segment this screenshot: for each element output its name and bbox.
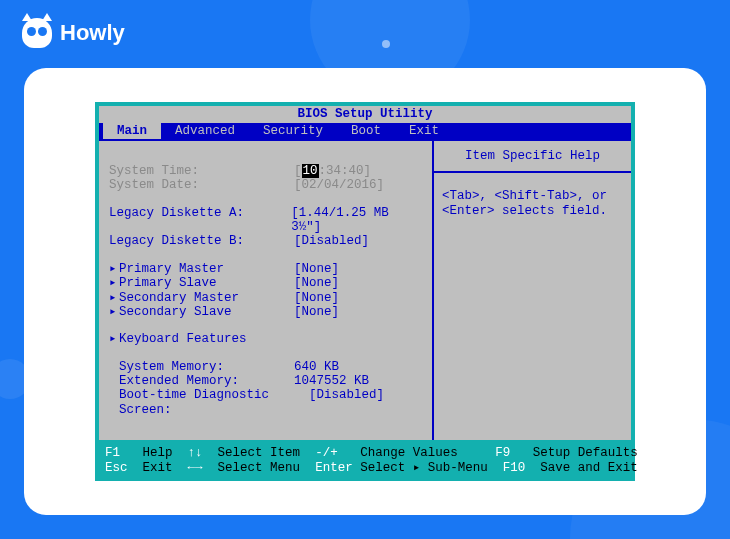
bios-window: BIOS Setup Utility Main Advanced Securit…	[95, 102, 635, 481]
diskette-b-label: Legacy Diskette B:	[109, 234, 294, 248]
extended-memory-label: Extended Memory:	[109, 374, 294, 388]
extended-memory-value: 1047552 KB	[294, 374, 369, 388]
secondary-slave-value[interactable]: [None]	[294, 305, 339, 319]
boot-diag-label: Boot-time Diagnostic Screen:	[109, 388, 309, 417]
secondary-slave-label[interactable]: ▸Secondary Slave	[109, 305, 294, 319]
keyboard-features[interactable]: ▸Keyboard Features	[109, 332, 294, 346]
bios-tabs: Main Advanced Security Boot Exit	[99, 123, 631, 139]
system-time-value[interactable]: [10:34:40]	[294, 164, 371, 178]
primary-master-value[interactable]: [None]	[294, 262, 339, 276]
tab-boot[interactable]: Boot	[337, 123, 395, 139]
system-date-value[interactable]: [02/04/2016]	[294, 178, 384, 192]
owl-icon	[22, 18, 52, 48]
help-panel: Item Specific Help <Tab>, <Shift-Tab>, o…	[434, 141, 631, 440]
system-memory-label: System Memory:	[109, 360, 294, 374]
system-memory-value: 640 KB	[294, 360, 339, 374]
brand-text: Howly	[60, 20, 125, 46]
secondary-master-value[interactable]: [None]	[294, 291, 339, 305]
boot-diag-value[interactable]: [Disabled]	[309, 388, 384, 417]
tab-main[interactable]: Main	[103, 123, 161, 139]
screenshot-card: BIOS Setup Utility Main Advanced Securit…	[24, 68, 706, 515]
tab-security[interactable]: Security	[249, 123, 337, 139]
primary-slave-label[interactable]: ▸Primary Slave	[109, 276, 294, 290]
help-body: <Tab>, <Shift-Tab>, or <Enter> selects f…	[434, 173, 631, 234]
secondary-master-label[interactable]: ▸Secondary Master	[109, 291, 294, 305]
diskette-a-label: Legacy Diskette A:	[109, 206, 291, 235]
primary-slave-value[interactable]: [None]	[294, 276, 339, 290]
bios-title: BIOS Setup Utility	[99, 106, 631, 122]
system-time-label: System Time:	[109, 164, 294, 178]
tab-advanced[interactable]: Advanced	[161, 123, 249, 139]
main-panel: System Time: [10:34:40] System Date: [02…	[99, 141, 434, 440]
tab-exit[interactable]: Exit	[395, 123, 453, 139]
system-date-label: System Date:	[109, 178, 294, 192]
help-title: Item Specific Help	[434, 141, 631, 173]
diskette-b-value[interactable]: [Disabled]	[294, 234, 369, 248]
bios-footer: F1 Help ↑↓ Select Item -/+ Change Values…	[99, 440, 631, 477]
diskette-a-value[interactable]: [1.44/1.25 MB 3½"]	[291, 206, 424, 235]
primary-master-label[interactable]: ▸Primary Master	[109, 262, 294, 276]
brand-logo: Howly	[22, 18, 125, 48]
